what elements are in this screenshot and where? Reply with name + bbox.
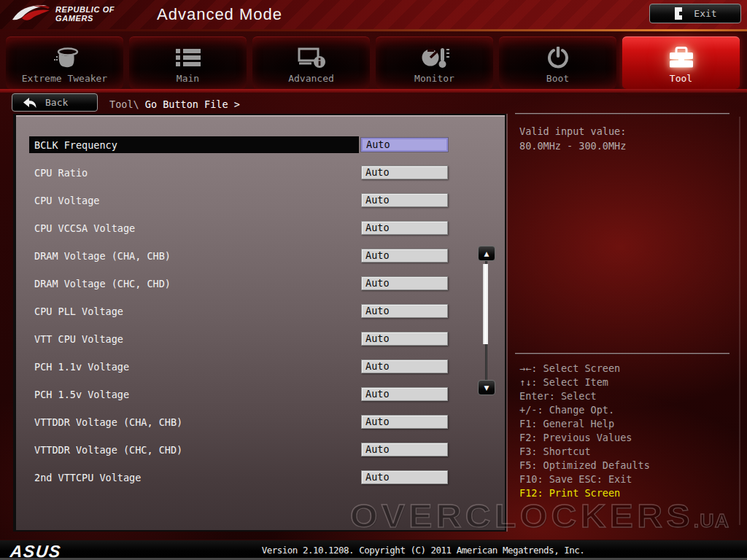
page-title: Advanced Mode — [157, 5, 282, 24]
setting-row[interactable]: CPU VCCSA Voltage Auto — [16, 221, 505, 249]
tab-tool[interactable]: Tool — [622, 36, 740, 89]
setting-value-field[interactable]: Auto — [361, 138, 448, 152]
tab-monitor[interactable]: Monitor — [376, 36, 493, 89]
setting-value-field[interactable]: Auto — [361, 276, 448, 290]
bios-screen: REPUBLIC OF GAMERS Advanced Mode Exit — [0, 0, 747, 560]
setting-row[interactable]: 2nd VTTCPU Voltage Auto — [16, 470, 505, 498]
settings-panel: BCLK Frequency Auto CPU Ratio Auto CPU V… — [13, 114, 506, 532]
info-separator-top — [515, 113, 729, 114]
hotkey-line: F5: Optimized Defaults — [519, 459, 650, 472]
setting-label: PCH 1.5v Voltage — [34, 387, 129, 402]
rog-logo-icon — [12, 3, 51, 26]
setting-row[interactable]: VTTDDR Voltage (CHC, CHD) Auto — [16, 443, 505, 470]
exit-door-icon — [673, 7, 684, 20]
brand-text: REPUBLIC OF GAMERS — [55, 5, 115, 23]
hotkey-legend: →←: Select Screen ↑↓: Select Item Enter:… — [519, 362, 650, 500]
breadcrumb-root[interactable]: Tool\ — [109, 98, 139, 110]
scrollbar-thumb[interactable] — [483, 264, 488, 344]
setting-label: PCH 1.1v Voltage — [34, 359, 129, 374]
hotkey-line: F10: Save ESC: Exit — [519, 472, 650, 486]
valid-input-help: Valid input value: 80.0MHz - 300.0MHz — [519, 125, 626, 153]
setting-value-field[interactable]: Auto — [361, 332, 448, 346]
back-button[interactable]: Back — [12, 93, 98, 112]
setting-label: BCLK Frequency — [34, 138, 117, 152]
back-arrow-icon — [23, 97, 36, 109]
hotkey-line: →←: Select Screen — [519, 362, 650, 376]
breadcrumb: Tool\ Go Button File > — [109, 97, 240, 112]
exit-label: Exit — [694, 8, 716, 19]
brand-line1: REPUBLIC OF — [55, 5, 115, 14]
setting-value-field[interactable]: Auto — [361, 387, 448, 401]
setting-value-field[interactable]: Auto — [361, 359, 448, 373]
right-edge-bevel — [739, 117, 740, 525]
tab-label: Tool — [670, 73, 692, 84]
gauge-thermometer-icon — [376, 44, 493, 71]
setting-label: 2nd VTTCPU Voltage — [34, 470, 141, 485]
tab-label: Monitor — [414, 73, 454, 84]
info-separator-bottom — [515, 353, 729, 354]
list-icon — [129, 44, 247, 71]
footer-bar: ASUS Version 2.10.1208. Copyright (C) 20… — [0, 540, 747, 560]
setting-value-field[interactable]: Auto — [361, 304, 448, 318]
setting-value-field[interactable]: Auto — [361, 166, 448, 179]
tab-label: Main — [177, 73, 199, 84]
hotkey-line: Enter: Select — [519, 389, 650, 403]
scroll-down-button[interactable]: ▼ — [478, 380, 495, 395]
power-icon — [499, 44, 616, 71]
setting-label: CPU VCCSA Voltage — [34, 221, 135, 236]
header-bar: REPUBLIC OF GAMERS Advanced Mode Exit — [0, 0, 747, 29]
scroll-up-button[interactable]: ▲ — [478, 246, 495, 261]
monitor-info-icon — [252, 44, 370, 71]
tab-extreme-tweaker[interactable]: Extreme Tweaker — [6, 36, 123, 89]
watermark-text: OVERCLOCKERS — [350, 497, 694, 534]
tab-label: Advanced — [288, 73, 334, 84]
setting-row[interactable]: VTTDDR Voltage (CHA, CHB) Auto — [16, 415, 505, 443]
setting-label: VTTDDR Voltage (CHA, CHB) — [34, 415, 182, 429]
tab-advanced[interactable]: Advanced — [252, 36, 370, 89]
header-accent-line — [0, 29, 747, 31]
setting-label: CPU Ratio — [34, 166, 88, 180]
setting-label: VTT CPU Voltage — [34, 332, 123, 346]
setting-row[interactable]: CPU Ratio Auto — [16, 166, 505, 193]
setting-row[interactable]: PCH 1.5v Voltage Auto — [16, 387, 505, 415]
exit-button[interactable]: Exit — [649, 4, 741, 23]
settings-list: BCLK Frequency Auto CPU Ratio Auto CPU V… — [16, 138, 505, 498]
setting-row[interactable]: VTT CPU Voltage Auto — [16, 332, 505, 359]
hotkey-line: +/-: Change Opt. — [519, 403, 650, 417]
setting-label: DRAM Voltage (CHC, CHD) — [34, 276, 171, 291]
valid-input-title: Valid input value: — [519, 125, 626, 139]
setting-label: DRAM Voltage (CHA, CHB) — [34, 249, 171, 263]
version-text: Version 2.10.1208. Copyright (C) 2011 Am… — [139, 545, 708, 556]
setting-row[interactable]: BCLK Frequency Auto — [16, 138, 505, 166]
watermark-suffix: .UA — [694, 510, 729, 531]
setting-value-field[interactable]: Auto — [361, 470, 448, 484]
tab-label: Extreme Tweaker — [22, 73, 107, 84]
tab-boot[interactable]: Boot — [499, 36, 616, 89]
setting-value-field[interactable]: Auto — [361, 221, 448, 235]
setting-row[interactable]: PCH 1.1v Voltage Auto — [16, 359, 505, 387]
setting-value-field[interactable]: Auto — [361, 193, 448, 207]
breadcrumb-path: Go Button File > — [145, 98, 240, 110]
setting-row[interactable]: DRAM Voltage (CHC, CHD) Auto — [16, 276, 505, 304]
back-label: Back — [45, 97, 68, 108]
setting-label: VTTDDR Voltage (CHC, CHD) — [34, 443, 182, 457]
valid-input-range: 80.0MHz - 300.0MHz — [519, 139, 626, 154]
setting-label: CPU Voltage — [34, 193, 99, 208]
setting-value-field[interactable]: Auto — [361, 415, 448, 429]
tab-main[interactable]: Main — [129, 36, 247, 89]
watermark: OVERCLOCKERS.UA — [350, 497, 729, 535]
setting-label: CPU PLL Voltage — [34, 304, 123, 319]
setting-row[interactable]: DRAM Voltage (CHA, CHB) Auto — [16, 249, 505, 276]
tweaker-dial-icon — [6, 44, 123, 71]
triangle-up-icon: ▲ — [484, 250, 489, 257]
setting-value-field[interactable]: Auto — [361, 443, 448, 456]
hotkey-line: F1: General Help — [519, 417, 650, 431]
setting-row[interactable]: CPU Voltage Auto — [16, 193, 505, 221]
asus-logo: ASUS — [9, 542, 63, 560]
tab-underline-band — [0, 89, 747, 93]
tab-bar: Extreme Tweaker Main — [6, 36, 741, 89]
setting-row[interactable]: CPU PLL Voltage Auto — [16, 304, 505, 332]
toolbox-icon — [622, 44, 740, 71]
setting-value-field[interactable]: Auto — [361, 249, 448, 262]
triangle-down-icon: ▼ — [484, 384, 489, 392]
